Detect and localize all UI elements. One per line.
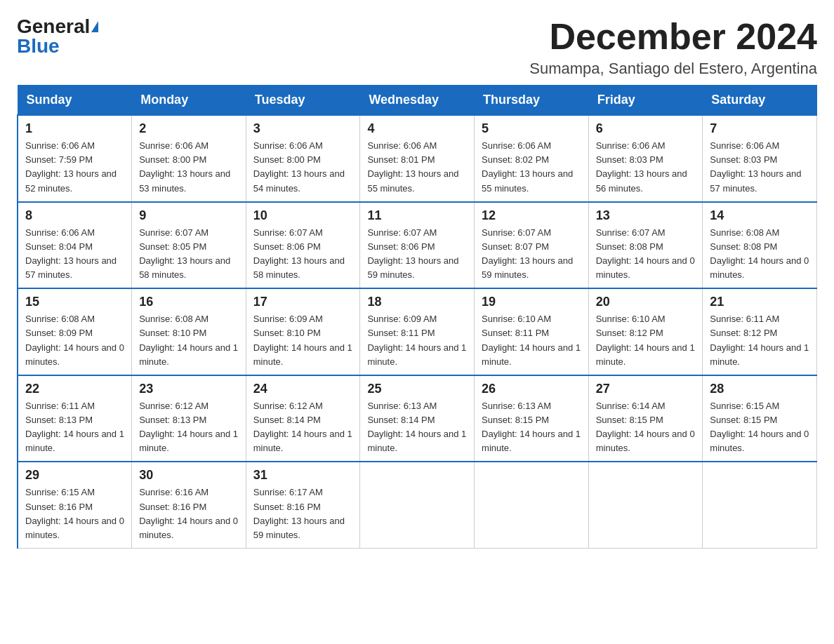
day-number: 25 [367,382,467,396]
day-info: Sunrise: 6:14 AMSunset: 8:15 PMDaylight:… [596,401,695,453]
logo: General Blue [17,17,98,56]
day-info: Sunrise: 6:07 AMSunset: 8:07 PMDaylight:… [482,227,573,280]
calendar-day-cell: 3 Sunrise: 6:06 AMSunset: 8:00 PMDayligh… [246,115,360,202]
day-info: Sunrise: 6:17 AMSunset: 8:16 PMDaylight:… [253,487,345,539]
page-container: General Blue December 2024 Sumampa, Sant… [17,17,817,549]
day-number: 14 [710,208,809,223]
calendar-day-cell: 7 Sunrise: 6:06 AMSunset: 8:03 PMDayligh… [703,115,817,202]
day-number: 11 [367,208,467,223]
header-wednesday: Wednesday [360,86,475,116]
day-number: 6 [596,121,696,136]
calendar-day-cell: 22 Sunrise: 6:11 AMSunset: 8:13 PMDaylig… [18,375,132,462]
day-number: 16 [139,295,239,309]
day-number: 28 [710,382,809,396]
header-monday: Monday [132,86,246,116]
day-number: 31 [253,468,353,483]
calendar-day-cell: 20 Sunrise: 6:10 AMSunset: 8:12 PMDaylig… [588,288,703,375]
logo-blue-text: Blue [17,36,60,56]
day-number: 20 [596,295,696,309]
week-row-1: 1 Sunrise: 6:06 AMSunset: 7:59 PMDayligh… [18,115,817,202]
day-info: Sunrise: 6:10 AMSunset: 8:11 PMDaylight:… [482,314,581,366]
day-info: Sunrise: 6:06 AMSunset: 8:03 PMDaylight:… [710,140,801,193]
day-number: 4 [367,121,467,136]
day-number: 19 [482,295,581,309]
calendar-day-cell: 31 Sunrise: 6:17 AMSunset: 8:16 PMDaylig… [246,462,360,548]
header: General Blue December 2024 Sumampa, Sant… [17,17,817,78]
calendar-day-cell: 13 Sunrise: 6:07 AMSunset: 8:08 PMDaylig… [588,202,703,289]
day-info: Sunrise: 6:12 AMSunset: 8:14 PMDaylight:… [253,401,352,453]
day-info: Sunrise: 6:15 AMSunset: 8:16 PMDaylight:… [25,487,124,539]
day-number: 13 [596,208,696,223]
day-info: Sunrise: 6:07 AMSunset: 8:08 PMDaylight:… [596,227,695,280]
calendar-day-cell: 8 Sunrise: 6:06 AMSunset: 8:04 PMDayligh… [18,202,132,289]
calendar-day-cell: 5 Sunrise: 6:06 AMSunset: 8:02 PMDayligh… [475,115,589,202]
month-title: December 2024 [529,17,817,57]
day-number: 8 [25,208,124,223]
day-info: Sunrise: 6:07 AMSunset: 8:06 PMDaylight:… [367,227,458,280]
day-info: Sunrise: 6:11 AMSunset: 8:12 PMDaylight:… [710,314,809,366]
day-info: Sunrise: 6:13 AMSunset: 8:14 PMDaylight:… [367,401,466,453]
location-title: Sumampa, Santiago del Estero, Argentina [529,60,817,78]
day-info: Sunrise: 6:09 AMSunset: 8:10 PMDaylight:… [253,314,352,366]
day-info: Sunrise: 6:12 AMSunset: 8:13 PMDaylight:… [139,401,238,453]
calendar-day-cell: 15 Sunrise: 6:08 AMSunset: 8:09 PMDaylig… [18,288,132,375]
day-number: 10 [253,208,353,223]
day-number: 2 [139,121,239,136]
week-row-5: 29 Sunrise: 6:15 AMSunset: 8:16 PMDaylig… [18,462,817,548]
calendar-day-cell: 19 Sunrise: 6:10 AMSunset: 8:11 PMDaylig… [475,288,589,375]
header-friday: Friday [588,86,703,116]
day-info: Sunrise: 6:08 AMSunset: 8:10 PMDaylight:… [139,314,238,366]
calendar-day-cell [588,462,703,548]
day-info: Sunrise: 6:06 AMSunset: 8:03 PMDaylight:… [596,140,687,193]
calendar-day-cell: 30 Sunrise: 6:16 AMSunset: 8:16 PMDaylig… [132,462,246,548]
week-row-4: 22 Sunrise: 6:11 AMSunset: 8:13 PMDaylig… [18,375,817,462]
day-info: Sunrise: 6:11 AMSunset: 8:13 PMDaylight:… [25,401,124,453]
day-number: 15 [25,295,124,309]
day-info: Sunrise: 6:06 AMSunset: 8:00 PMDaylight:… [139,140,230,193]
day-info: Sunrise: 6:13 AMSunset: 8:15 PMDaylight:… [482,401,581,453]
day-number: 24 [253,382,353,396]
day-info: Sunrise: 6:09 AMSunset: 8:11 PMDaylight:… [367,314,466,366]
day-number: 17 [253,295,353,309]
day-number: 3 [253,121,353,136]
header-saturday: Saturday [703,86,817,116]
day-info: Sunrise: 6:06 AMSunset: 8:02 PMDaylight:… [482,140,573,193]
calendar-day-cell: 28 Sunrise: 6:15 AMSunset: 8:15 PMDaylig… [703,375,817,462]
day-info: Sunrise: 6:07 AMSunset: 8:06 PMDaylight:… [253,227,345,280]
day-number: 23 [139,382,239,396]
calendar-day-cell: 12 Sunrise: 6:07 AMSunset: 8:07 PMDaylig… [475,202,589,289]
day-info: Sunrise: 6:16 AMSunset: 8:16 PMDaylight:… [139,487,238,539]
header-tuesday: Tuesday [246,86,360,116]
logo-general-text: General [17,17,90,36]
calendar-day-cell [703,462,817,548]
day-number: 9 [139,208,239,223]
calendar-day-cell: 11 Sunrise: 6:07 AMSunset: 8:06 PMDaylig… [360,202,475,289]
calendar-day-cell: 4 Sunrise: 6:06 AMSunset: 8:01 PMDayligh… [360,115,475,202]
day-number: 26 [482,382,581,396]
calendar-day-cell: 17 Sunrise: 6:09 AMSunset: 8:10 PMDaylig… [246,288,360,375]
logo-triangle-icon [91,21,98,32]
header-sunday: Sunday [18,86,132,116]
day-info: Sunrise: 6:15 AMSunset: 8:15 PMDaylight:… [710,401,809,453]
weekday-header-row: Sunday Monday Tuesday Wednesday Thursday… [18,86,817,116]
day-number: 1 [25,121,124,136]
day-number: 18 [367,295,467,309]
calendar-day-cell: 27 Sunrise: 6:14 AMSunset: 8:15 PMDaylig… [588,375,703,462]
day-info: Sunrise: 6:06 AMSunset: 8:00 PMDaylight:… [253,140,345,193]
day-number: 27 [596,382,696,396]
day-number: 12 [482,208,581,223]
calendar-day-cell: 6 Sunrise: 6:06 AMSunset: 8:03 PMDayligh… [588,115,703,202]
week-row-2: 8 Sunrise: 6:06 AMSunset: 8:04 PMDayligh… [18,202,817,289]
calendar-day-cell: 26 Sunrise: 6:13 AMSunset: 8:15 PMDaylig… [475,375,589,462]
title-block: December 2024 Sumampa, Santiago del Este… [529,17,817,78]
calendar-day-cell: 29 Sunrise: 6:15 AMSunset: 8:16 PMDaylig… [18,462,132,548]
header-thursday: Thursday [475,86,589,116]
calendar-day-cell: 14 Sunrise: 6:08 AMSunset: 8:08 PMDaylig… [703,202,817,289]
calendar-day-cell: 16 Sunrise: 6:08 AMSunset: 8:10 PMDaylig… [132,288,246,375]
calendar: Sunday Monday Tuesday Wednesday Thursday… [17,85,817,549]
day-info: Sunrise: 6:08 AMSunset: 8:09 PMDaylight:… [25,314,124,366]
day-number: 5 [482,121,581,136]
calendar-day-cell: 1 Sunrise: 6:06 AMSunset: 7:59 PMDayligh… [18,115,132,202]
day-info: Sunrise: 6:06 AMSunset: 8:01 PMDaylight:… [367,140,458,193]
day-info: Sunrise: 6:10 AMSunset: 8:12 PMDaylight:… [596,314,695,366]
